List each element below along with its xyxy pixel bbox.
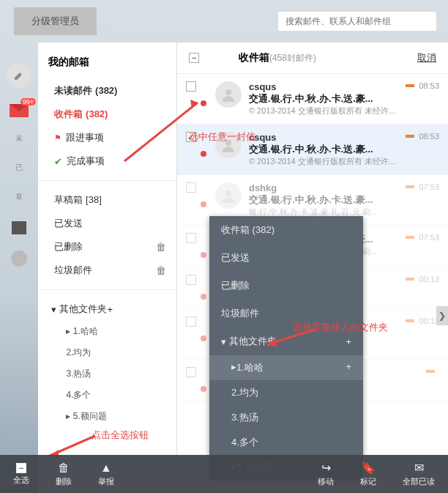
delete-button[interactable]: 🗑删除 <box>42 462 85 487</box>
mail-sender: dshkg <box>249 182 395 193</box>
admin-button[interactable]: 分级管理员 <box>14 7 97 35</box>
chevron-down-icon: ▾ <box>221 336 226 347</box>
popup-folder-item[interactable]: 4.多个 <box>209 430 363 455</box>
tower-icon[interactable] <box>12 221 26 234</box>
rail-label-1[interactable]: 未 <box>9 133 29 147</box>
sidebar-folder-item[interactable]: ▸ 5.额问题 <box>38 406 176 427</box>
mail-summary: © 2013-2014 交通银行版权所有 未经许... <box>249 105 395 116</box>
bookmark-icon: 🔖 <box>361 461 376 475</box>
popup-spam[interactable]: 垃圾邮件 <box>209 300 363 327</box>
trash-icon[interactable]: 🗑 <box>156 264 166 276</box>
popup-folder-item[interactable]: ▸ 1.哈哈+ <box>209 355 363 380</box>
cancel-link[interactable]: 取消 <box>417 51 436 64</box>
pencil-icon <box>13 70 25 81</box>
flag-icon: ⚑ <box>54 133 61 143</box>
bottom-toolbar: 全选 🗑删除 ▲举报 ↪移动 🔖标记 ✉全部已读 <box>0 455 448 493</box>
warning-icon: ▲ <box>100 462 112 475</box>
sidebar-deleted[interactable]: 已删除🗑 <box>38 235 176 259</box>
sidebar-folder-item[interactable]: ▸ 1.哈哈 <box>38 321 176 342</box>
mail-time: 00:13 <box>395 275 439 301</box>
popup-inbox[interactable]: 收件箱 (382) <box>209 216 363 244</box>
avatar-icon <box>215 182 242 209</box>
avatar-icon <box>215 132 242 158</box>
mail-summary: © 2013-2014 交通银行版权所有 未经许... <box>249 156 395 167</box>
unread-dot <box>201 386 206 392</box>
sidebar-inbox[interactable]: 收件箱 (382) <box>38 103 176 126</box>
mail-subject: 交通.银.行.中.秋.办.卡.送.豪... <box>249 193 395 207</box>
mail-time <box>395 367 439 393</box>
mail-row[interactable]: csqus交通.银.行.中.秋.办.卡.送.豪...© 2013-2014 交通… <box>177 125 448 175</box>
mail-icon-wrap[interactable]: 99+ <box>10 104 29 117</box>
unread-dot <box>201 151 206 157</box>
popup-folders-header[interactable]: ▾其他文件夹+ <box>209 327 363 355</box>
mail-checkbox[interactable] <box>186 81 196 92</box>
mail-checkbox[interactable] <box>186 233 196 243</box>
move-icon: ↪ <box>321 461 331 475</box>
unread-dot <box>201 252 206 258</box>
add-folder-icon[interactable]: + <box>107 304 113 315</box>
sidebar-folders-header[interactable]: ▾其他文件夹+ <box>38 297 176 321</box>
rail-label-2[interactable]: 已 <box>9 163 29 176</box>
select-all-button[interactable]: 全选 <box>0 463 42 486</box>
sidebar-folder-item[interactable]: 4.多个 <box>38 385 176 406</box>
plus-icon[interactable]: + <box>346 336 351 347</box>
mail-sender: csqus <box>249 132 395 143</box>
compose-button[interactable] <box>7 63 31 88</box>
svg-point-0 <box>225 89 231 95</box>
chevron-down-icon: ▾ <box>51 304 56 315</box>
unread-badge: 99+ <box>20 98 36 105</box>
mail-checkbox[interactable] <box>186 367 196 377</box>
folder-title: 收件箱(458封邮件) <box>239 51 316 64</box>
sidebar-spam[interactable]: 垃圾邮件🗑 <box>38 259 176 282</box>
sidebar-title: 我的邮箱 <box>38 56 176 79</box>
svg-point-1 <box>225 140 231 146</box>
unread-dot <box>201 336 206 341</box>
mail-checkbox[interactable] <box>186 316 196 327</box>
left-rail: 99+ 未 已 草 <box>0 42 38 493</box>
mail-checkbox[interactable] <box>186 182 196 193</box>
check-icon: ✔ <box>54 156 62 167</box>
search-input[interactable] <box>277 11 437 31</box>
move-button[interactable]: ↪移动 <box>305 461 347 487</box>
mail-open-icon: ✉ <box>414 461 424 475</box>
mail-subject: 交通.银.行.中.秋.办.卡.送.豪... <box>249 143 395 156</box>
avatar-icon <box>215 81 242 108</box>
unread-dot <box>201 100 206 106</box>
next-page-button[interactable]: ❯ <box>436 306 448 325</box>
popup-deleted[interactable]: 已删除 <box>209 272 363 300</box>
mail-time: 00:13 <box>395 316 439 352</box>
sidebar-follow[interactable]: ⚑跟进事项 <box>38 126 176 149</box>
move-popup: 收件箱 (382) 已发送 已删除 垃圾邮件 ▾其他文件夹+ ▸ 1.哈哈+ 2… <box>209 216 363 480</box>
mail-subject: 交通.银.行.中.秋.办.卡.送.豪... <box>249 92 395 105</box>
sidebar-sent[interactable]: 已发送 <box>38 212 176 235</box>
mail-time: 07:53 <box>395 233 439 259</box>
mail-time: 07:53 <box>395 182 439 218</box>
trash-icon[interactable]: 🗑 <box>156 241 166 253</box>
profile-icon[interactable] <box>11 251 27 267</box>
popup-folder-item[interactable]: 3.热汤 <box>209 405 363 430</box>
mail-time: 08:53 <box>395 81 439 116</box>
sidebar-unread[interactable]: 未读邮件 (382) <box>38 79 176 103</box>
mail-checkbox[interactable] <box>186 132 196 142</box>
sidebar: 我的邮箱 未读邮件 (382) 收件箱 (382) ⚑跟进事项 ✔完成事项 草稿… <box>38 42 176 493</box>
popup-sent[interactable]: 已发送 <box>209 244 363 272</box>
sidebar-folder-item[interactable]: 3.热汤 <box>38 363 176 385</box>
read-all-button[interactable]: ✉全部已读 <box>389 461 448 487</box>
unread-dot <box>201 201 206 207</box>
mail-checkbox[interactable] <box>186 275 196 285</box>
mark-button[interactable]: 🔖标记 <box>347 461 389 487</box>
mail-row[interactable]: csqus交通.银.行.中.秋.办.卡.送.豪...© 2013-2014 交通… <box>177 74 448 125</box>
report-button[interactable]: ▲举报 <box>85 462 127 487</box>
mail-sender: csqus <box>249 81 395 92</box>
svg-point-2 <box>225 190 231 196</box>
sidebar-folder-item[interactable]: 2.均为 <box>38 342 176 363</box>
sidebar-done[interactable]: ✔完成事项 <box>38 149 176 173</box>
sidebar-draft[interactable]: 草稿箱 [38] <box>38 188 176 212</box>
mail-time: 08:53 <box>395 132 439 167</box>
trash-icon: 🗑 <box>58 462 70 475</box>
rail-label-3[interactable]: 草 <box>9 192 29 205</box>
checkbox-icon <box>16 463 26 473</box>
plus-icon[interactable]: + <box>346 361 351 374</box>
select-all-checkbox[interactable] <box>189 53 199 63</box>
popup-folder-item[interactable]: 2.均为 <box>209 380 363 405</box>
